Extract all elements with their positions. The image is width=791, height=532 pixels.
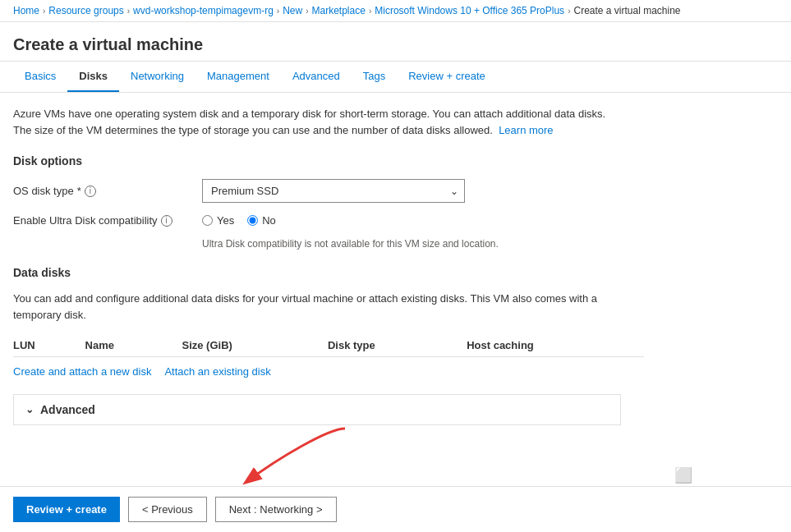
breadcrumb-sep-6: ›	[568, 7, 570, 16]
attach-existing-disk-link[interactable]: Attach an existing disk	[164, 365, 270, 378]
ultra-disk-yes-label: Yes	[217, 214, 234, 227]
breadcrumb-sep-5: ›	[369, 7, 371, 16]
page-title: Create a virtual machine	[0, 22, 791, 61]
breadcrumb-resource-groups[interactable]: Resource groups	[48, 5, 123, 16]
breadcrumb-home[interactable]: Home	[13, 5, 39, 16]
ultra-disk-yes-radio[interactable]	[202, 215, 213, 226]
breadcrumb-sep-2: ›	[127, 7, 130, 16]
learn-more-link[interactable]: Learn more	[499, 124, 553, 136]
tab-networking[interactable]: Networking	[119, 62, 195, 92]
create-attach-disk-link[interactable]: Create and attach a new disk	[13, 365, 151, 378]
tab-advanced[interactable]: Advanced	[281, 62, 352, 92]
ultra-disk-note: Ultra Disk compatibility is not availabl…	[202, 238, 644, 250]
main-content: Azure VMs have one operating system disk…	[0, 93, 657, 438]
advanced-section-label: Advanced	[40, 403, 95, 416]
tab-review-create[interactable]: Review + create	[397, 62, 497, 92]
col-lun: LUN	[13, 334, 79, 357]
os-disk-type-label: OS disk type * i	[13, 185, 202, 197]
table-links: Create and attach a new disk Attach an e…	[13, 365, 644, 378]
breadcrumb-rg-name[interactable]: wvd-workshop-tempimagevm-rg	[133, 5, 274, 16]
ultra-disk-no-label: No	[262, 214, 276, 227]
col-host-caching: Host caching	[460, 334, 644, 357]
required-marker: *	[77, 185, 81, 197]
ultra-disk-yes-option[interactable]: Yes	[202, 214, 234, 227]
breadcrumb-new[interactable]: New	[283, 5, 302, 16]
breadcrumb-sep-1: ›	[43, 7, 45, 16]
tab-management[interactable]: Management	[195, 62, 281, 92]
table-header-row: LUN Name Size (GiB) Disk type Host cachi…	[13, 334, 644, 357]
info-text: Azure VMs have one operating system disk…	[13, 106, 644, 138]
os-disk-info-icon[interactable]: i	[85, 186, 96, 197]
advanced-section-header[interactable]: ⌄ Advanced	[14, 395, 620, 424]
breadcrumb-current: Create a virtual machine	[573, 5, 680, 16]
tab-disks[interactable]: Disks	[67, 62, 119, 92]
tab-tags[interactable]: Tags	[352, 62, 397, 92]
ultra-disk-no-option[interactable]: No	[247, 214, 276, 227]
ultra-disk-radio-group: Yes No	[202, 214, 276, 227]
disk-options-header: Disk options	[13, 154, 644, 167]
data-disks-table: LUN Name Size (GiB) Disk type Host cachi…	[13, 334, 644, 357]
tab-bar: Basics Disks Networking Management Advan…	[0, 62, 791, 93]
data-disks-desc: You can add and configure additional dat…	[13, 291, 644, 323]
data-disks-header: Data disks	[13, 266, 644, 279]
advanced-section: ⌄ Advanced	[13, 394, 621, 425]
ultra-disk-info-icon[interactable]: i	[161, 215, 172, 227]
breadcrumb: Home › Resource groups › wvd-workshop-te…	[0, 0, 791, 22]
os-disk-type-select[interactable]: Premium SSD Standard SSD Standard HDD	[202, 179, 465, 203]
tab-basics[interactable]: Basics	[13, 62, 67, 92]
collapse-icon: ⌄	[25, 404, 34, 415]
col-name: Name	[79, 334, 176, 357]
breadcrumb-sep-4: ›	[306, 7, 308, 16]
info-text-main: Azure VMs have one operating system disk…	[13, 108, 605, 120]
os-disk-type-select-wrapper: Premium SSD Standard SSD Standard HDD ⌄	[202, 179, 465, 203]
breadcrumb-sep-3: ›	[277, 7, 279, 16]
data-disks-section: Data disks You can add and configure add…	[13, 266, 644, 378]
os-disk-type-row: OS disk type * i Premium SSD Standard SS…	[13, 179, 644, 203]
col-size: Size (GiB)	[175, 334, 320, 357]
ultra-disk-row: Enable Ultra Disk compatibility i Yes No	[13, 214, 644, 227]
ultra-disk-label: Enable Ultra Disk compatibility i	[13, 214, 202, 227]
info-text-second: The size of the VM determines the type o…	[13, 124, 493, 136]
col-disk-type: Disk type	[321, 334, 460, 357]
breadcrumb-windows[interactable]: Microsoft Windows 10 + Office 365 ProPlu…	[375, 5, 564, 16]
breadcrumb-marketplace[interactable]: Marketplace	[312, 5, 366, 16]
ultra-disk-no-radio[interactable]	[247, 215, 258, 226]
